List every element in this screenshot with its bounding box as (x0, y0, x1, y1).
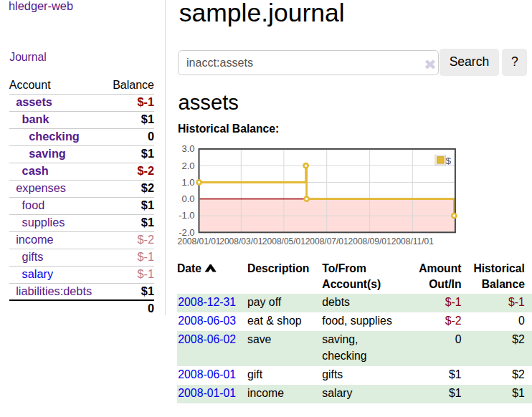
svg-text:2.0: 2.0 (182, 160, 195, 171)
svg-text:2008/09/01: 2008/09/01 (348, 236, 391, 246)
svg-text:2008/07/01: 2008/07/01 (305, 236, 348, 246)
svg-text:1.0: 1.0 (182, 177, 195, 188)
svg-text:-1.0: -1.0 (179, 210, 194, 221)
svg-text:$: $ (446, 155, 452, 166)
svg-text:0.0: 0.0 (182, 193, 195, 204)
svg-text:2008/01/01: 2008/01/01 (177, 236, 220, 246)
svg-text:2008/03/01: 2008/03/01 (219, 236, 262, 246)
svg-text:2008/05/01: 2008/05/01 (262, 236, 305, 246)
svg-text:3.0: 3.0 (182, 143, 195, 154)
svg-text:2008/11/01: 2008/11/01 (391, 236, 434, 246)
